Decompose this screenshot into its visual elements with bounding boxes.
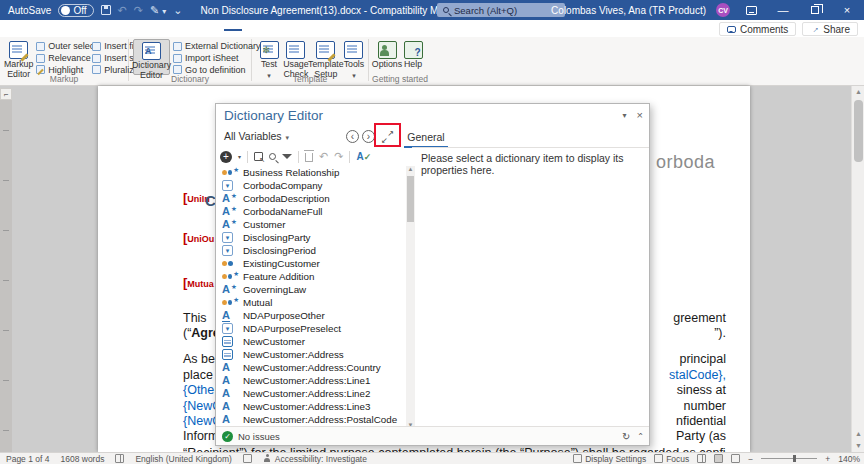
variable-list-item[interactable]: A NewCustomer:Address:Country: [222, 361, 404, 374]
ribbon-tab[interactable]: [80, 27, 98, 31]
ribbon-tab[interactable]: [170, 27, 188, 31]
tab-general[interactable]: General: [404, 128, 448, 148]
tools-button[interactable]: Tools ▾: [342, 39, 366, 75]
validate-icon[interactable]: A✓: [356, 151, 371, 162]
import-isheet-button[interactable]: Import iSheet: [170, 53, 250, 64]
markup-editor-button[interactable]: Markup Editor: [4, 39, 33, 75]
go-to-selection-icon[interactable]: [254, 152, 263, 161]
ribbon-tab[interactable]: [206, 27, 224, 31]
minimize-button[interactable]: —: [772, 0, 794, 20]
share-button[interactable]: → Share: [802, 22, 858, 36]
redo-icon[interactable]: ↷: [134, 5, 143, 16]
quick-access-overflow-icon[interactable]: ⌄: [173, 5, 182, 16]
variable-list-item[interactable]: A NDAPurposeOther: [222, 309, 404, 322]
accessibility-status[interactable]: Accessibility: Investigate: [263, 454, 367, 464]
ribbon-tab[interactable]: [116, 27, 134, 31]
variable-list-item[interactable]: A NewCustomer:Address:Line1: [222, 374, 404, 387]
variable-list-item[interactable]: A★ CorbodaNameFull: [222, 205, 404, 218]
variable-list-item[interactable]: ★ Mutual: [222, 296, 404, 309]
ribbon-tab[interactable]: [224, 27, 242, 31]
undo-icon[interactable]: ↶: [118, 5, 127, 16]
print-layout-icon[interactable]: [714, 454, 723, 463]
tab-selector[interactable]: ⌐: [0, 88, 12, 100]
page-indicator[interactable]: Page 1 of 4: [6, 454, 49, 464]
word-count[interactable]: 1608 words: [60, 454, 104, 464]
panel-options-icon[interactable]: ▾: [623, 111, 627, 120]
display-settings-button[interactable]: Display Settings: [573, 454, 646, 464]
zoom-out-button[interactable]: −: [748, 454, 753, 464]
pen-tool-icon[interactable]: ✎▾: [150, 5, 166, 16]
variable-list-item[interactable]: ▾ DisclosingPeriod: [222, 244, 404, 257]
zoom-in-button[interactable]: +: [825, 454, 830, 464]
search-input[interactable]: Search (Alt+Q): [437, 3, 565, 17]
language-indicator[interactable]: English (United Kingdom): [135, 454, 231, 464]
ribbon-tab[interactable]: [134, 27, 152, 31]
nav-back-button[interactable]: ‹: [346, 130, 359, 143]
ribbon-tab[interactable]: [188, 27, 206, 31]
help-button[interactable]: Help: [401, 39, 425, 75]
zoom-slider-thumb[interactable]: [793, 455, 796, 462]
dictionary-editor-button[interactable]: Dictionary Editor: [133, 39, 170, 75]
autosave-toggle[interactable]: Off: [58, 4, 93, 17]
variable-list-item[interactable]: A NewCustomer:Address:Line3: [222, 400, 404, 413]
ribbon-tab[interactable]: [98, 27, 116, 31]
usage-check-button[interactable]: Usage Check: [282, 39, 310, 75]
zoom-level[interactable]: 140%: [838, 454, 860, 464]
variable-list-item[interactable]: ▾ NDAPurposePreselect: [222, 322, 404, 335]
variable-list-item[interactable]: ExistingCustomer: [222, 257, 404, 270]
scroll-down-icon[interactable]: ▼: [852, 440, 864, 452]
macro-icon[interactable]: [243, 454, 252, 463]
variable-list-item[interactable]: A★ Customer: [222, 218, 404, 231]
test-button[interactable]: Test ▾: [256, 39, 282, 75]
variable-list-item[interactable]: NewCustomer:Address: [222, 348, 404, 361]
collapse-status-icon[interactable]: ⌃: [637, 432, 644, 441]
outer-select-button[interactable]: Outer select: [33, 41, 89, 52]
vertical-ruler[interactable]: [0, 100, 12, 452]
ribbon-tab[interactable]: [8, 27, 26, 31]
variable-list-item[interactable]: ▾ CorbodaCompany: [222, 179, 404, 192]
template-setup-button[interactable]: Template Setup: [310, 39, 342, 75]
variable-list-item[interactable]: ▾ DisclosingParty: [222, 231, 404, 244]
comments-button[interactable]: Comments: [719, 22, 796, 36]
ribbon-display-options-button[interactable]: [740, 0, 762, 20]
close-button[interactable]: ×: [836, 0, 858, 20]
variable-list-item[interactable]: A NewCustomer:Address:PostalCode: [222, 413, 404, 426]
read-mode-icon[interactable]: [697, 454, 706, 463]
relevance-button[interactable]: Relevance: [33, 53, 89, 64]
scroll-up-icon[interactable]: ▲: [406, 166, 415, 172]
avatar[interactable]: CV: [716, 3, 730, 17]
scroll-up-icon[interactable]: ▲: [852, 86, 864, 98]
variable-list-item[interactable]: A★ CorbodaDescription: [222, 192, 404, 205]
web-layout-icon[interactable]: [731, 454, 740, 463]
variable-filter-dropdown[interactable]: All Variables▾: [224, 130, 289, 142]
variable-list-item[interactable]: A NewCustomer:Address:Line2: [222, 387, 404, 400]
variable-list-item[interactable]: NewCustomer: [222, 335, 404, 348]
scrollbar-thumb[interactable]: [407, 176, 414, 222]
variable-list-scrollbar[interactable]: ▲ ▼: [406, 166, 415, 428]
variable-list-item[interactable]: ★ Business Relationship: [222, 166, 404, 179]
focus-button[interactable]: Focus: [654, 454, 689, 464]
search-icon[interactable]: [269, 153, 276, 160]
undo-icon[interactable]: ↶: [319, 151, 328, 162]
document-scrollbar[interactable]: ▲ ▲ ▼: [851, 86, 864, 452]
redo-icon[interactable]: ↷: [334, 151, 343, 162]
scrollbar-thumb[interactable]: [854, 100, 863, 162]
ribbon-tab[interactable]: [62, 27, 80, 31]
variable-list-item[interactable]: A★ GoverningLaw: [222, 283, 404, 296]
ribbon-tab[interactable]: [26, 27, 44, 31]
external-dictionary-button[interactable]: External Dictionary: [170, 41, 250, 52]
zoom-slider[interactable]: [761, 458, 817, 459]
refresh-icon[interactable]: ↻: [622, 431, 630, 442]
add-item-dropdown-icon[interactable]: ▾: [238, 153, 241, 160]
proofing-icon[interactable]: [115, 454, 124, 463]
save-icon[interactable]: [101, 5, 111, 15]
filter-icon[interactable]: [282, 154, 292, 164]
ribbon-tab[interactable]: [152, 27, 170, 31]
previous-page-icon[interactable]: ▲: [852, 428, 864, 440]
variable-list-item[interactable]: ★ Feature Addition: [222, 270, 404, 283]
options-button[interactable]: Options: [373, 39, 401, 75]
user-name[interactable]: Colombas Vives, Ana (TR Product): [551, 5, 706, 16]
ribbon-tab[interactable]: [44, 27, 62, 31]
panel-close-icon[interactable]: ×: [637, 109, 643, 121]
restore-button[interactable]: [804, 0, 826, 20]
